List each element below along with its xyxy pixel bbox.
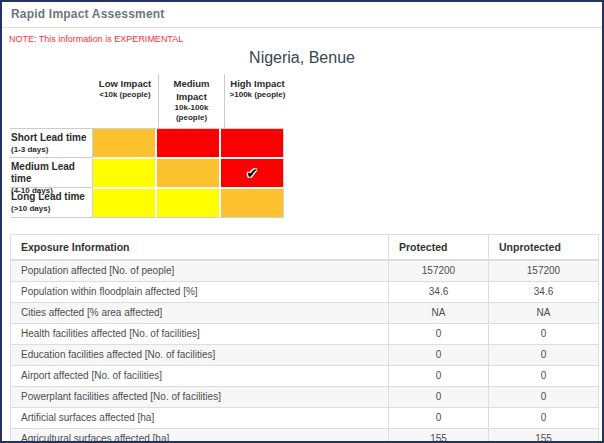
protected-value-cell: 0 (389, 365, 489, 386)
rapid-impact-assessment-page: Rapid Impact Assessment NOTE: This infor… (0, 0, 604, 443)
protected-value-cell: NA (389, 302, 489, 323)
experimental-note: NOTE: This information is EXPERIMENTAL (9, 34, 602, 44)
table-row: Education facilities affected [No. of fa… (11, 344, 599, 365)
matrix-row-label: Medium Lead time(4-10 days) (10, 158, 92, 188)
unprotected-value-cell: 0 (489, 386, 599, 407)
exposure-label-cell: Population affected [No. of people] (11, 260, 389, 281)
protected-value-cell: 34.6 (389, 281, 489, 302)
column-header-exposure-information: Exposure Information (11, 235, 389, 261)
table-row: Agricultural surfaces affected [ha]15515… (11, 428, 599, 443)
matrix-col-header: High Impact>100k (people) (224, 74, 290, 128)
unprotected-value-cell: 34.6 (489, 281, 599, 302)
unprotected-value-cell: 0 (489, 407, 599, 428)
table-row: Cities affected [% area affected]NANA (11, 302, 599, 323)
matrix-col-label: Low Impact (92, 77, 158, 90)
matrix-cell-orange[interactable] (221, 189, 283, 217)
matrix-col-label: Medium Impact (159, 77, 224, 103)
matrix-corner (10, 74, 92, 128)
matrix-cell-yellow[interactable] (93, 189, 155, 217)
matrix-header-row: Low Impact<10k (people)Medium Impact10k-… (10, 74, 290, 128)
matrix-col-label: High Impact (225, 77, 290, 90)
unprotected-value-cell: 157200 (489, 260, 599, 281)
matrix-row-subtitle: (>10 days) (11, 203, 90, 214)
matrix-col-header: Medium Impact10k-100k (people) (158, 74, 224, 128)
matrix-cell-red[interactable] (221, 129, 283, 157)
table-row: Artificial surfaces affected [ha]00 (11, 407, 599, 428)
matrix-row-labels: Short Lead time(1-3 days)Medium Lead tim… (10, 128, 92, 218)
matrix-cell-yellow[interactable] (93, 159, 155, 187)
exposure-label-cell: Health facilities affected [No. of facil… (11, 323, 389, 344)
table-row: Health facilities affected [No. of facil… (11, 323, 599, 344)
table-row: Population affected [No. of people]15720… (11, 260, 599, 281)
unprotected-value-cell: 155 (489, 428, 599, 443)
exposure-table: Exposure Information Protected Unprotect… (10, 234, 599, 443)
matrix-cell-red[interactable] (157, 129, 219, 157)
unprotected-value-cell: 0 (489, 365, 599, 386)
exposure-label-cell: Artificial surfaces affected [ha] (11, 407, 389, 428)
matrix-col-sublabel: 10k-100k (people) (159, 103, 224, 123)
matrix-cell-red[interactable]: ✔ (221, 159, 283, 187)
protected-value-cell: 0 (389, 344, 489, 365)
matrix-row-label: Long Lead time(>10 days) (10, 188, 92, 218)
checkmark-icon: ✔ (246, 166, 258, 180)
table-row: Powerplant facilities affected [No. of f… (11, 386, 599, 407)
matrix-body: Short Lead time(1-3 days)Medium Lead tim… (10, 128, 290, 218)
exposure-label-cell: Powerplant facilities affected [No. of f… (11, 386, 389, 407)
protected-value-cell: 0 (389, 386, 489, 407)
matrix-cell-orange[interactable] (157, 159, 219, 187)
column-header-unprotected: Unprotected (489, 235, 599, 261)
matrix-col-sublabel: >100k (people) (225, 90, 290, 100)
matrix-cell-orange[interactable] (93, 129, 155, 157)
matrix-col-sublabel: <10k (people) (92, 90, 158, 100)
protected-value-cell: 0 (389, 323, 489, 344)
exposure-label-cell: Airport affected [No. of facilities] (11, 365, 389, 386)
page-title: Rapid Impact Assessment (11, 7, 594, 21)
header-bar: Rapid Impact Assessment (2, 2, 602, 28)
exposure-label-cell: Agricultural surfaces affected [ha] (11, 428, 389, 443)
protected-value-cell: 157200 (389, 260, 489, 281)
unprotected-value-cell: 0 (489, 323, 599, 344)
impact-matrix: Low Impact<10k (people)Medium Impact10k-… (10, 74, 290, 218)
matrix-row-title: Long Lead time (11, 191, 90, 203)
matrix-color-grid: ✔ (92, 128, 284, 218)
table-row: Population within floodplain affected [%… (11, 281, 599, 302)
exposure-label-cell: Population within floodplain affected [%… (11, 281, 389, 302)
exposure-label-cell: Cities affected [% area affected] (11, 302, 389, 323)
exposure-table-body: Population affected [No. of people]15720… (11, 260, 599, 443)
matrix-cell-yellow[interactable] (157, 189, 219, 217)
exposure-label-cell: Education facilities affected [No. of fa… (11, 344, 389, 365)
matrix-row-subtitle: (1-3 days) (11, 144, 90, 155)
matrix-row-title: Medium Lead time (11, 161, 90, 185)
region-heading: Nigeria, Benue (2, 49, 602, 67)
matrix-col-header: Low Impact<10k (people) (92, 74, 158, 128)
matrix-row-label: Short Lead time(1-3 days) (10, 128, 92, 158)
unprotected-value-cell: 0 (489, 344, 599, 365)
exposure-table-header-row: Exposure Information Protected Unprotect… (11, 235, 599, 261)
unprotected-value-cell: NA (489, 302, 599, 323)
column-header-protected: Protected (389, 235, 489, 261)
matrix-row-title: Short Lead time (11, 132, 90, 144)
protected-value-cell: 0 (389, 407, 489, 428)
table-row: Airport affected [No. of facilities]00 (11, 365, 599, 386)
protected-value-cell: 155 (389, 428, 489, 443)
